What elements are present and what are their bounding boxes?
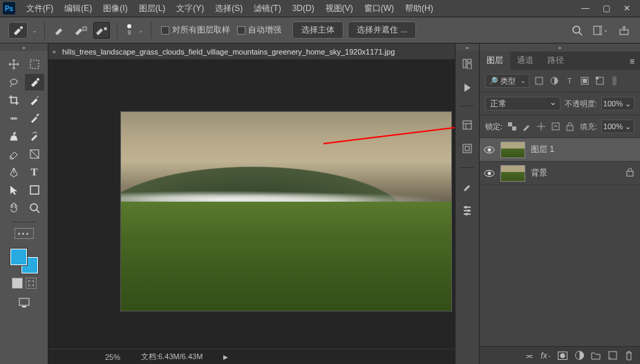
delete-layer-icon[interactable] — [623, 350, 634, 361]
path-selection-tool[interactable] — [4, 182, 23, 198]
layer-thumbnail[interactable] — [500, 165, 525, 182]
pen-tool[interactable] — [4, 164, 23, 180]
screen-mode-button[interactable] — [15, 294, 34, 311]
svg-point-33 — [465, 213, 468, 215]
tool-preset-picker[interactable] — [8, 22, 28, 39]
visibility-toggle-icon[interactable] — [484, 168, 495, 179]
crop-tool[interactable] — [4, 92, 23, 108]
lock-transparency-icon[interactable] — [507, 122, 517, 132]
filter-shape-icon[interactable] — [579, 75, 590, 86]
panel-menu-icon[interactable]: ≡ — [624, 53, 640, 70]
filter-adjustment-icon[interactable] — [549, 75, 560, 86]
tab-layers[interactable]: 图层 — [480, 50, 510, 70]
foreground-color-swatch[interactable] — [10, 249, 27, 265]
sample-all-layers-checkbox[interactable]: 对所有图层取样 — [161, 24, 230, 36]
tab-paths[interactable]: 路径 — [540, 51, 571, 70]
menu-select[interactable]: 选择(S) — [209, 1, 248, 17]
add-selection-icon[interactable] — [73, 22, 89, 39]
dock-collapse-handle[interactable]: « — [455, 44, 479, 51]
visibility-toggle-icon[interactable] — [484, 144, 495, 155]
edit-toolbar-button[interactable]: ••• — [15, 228, 34, 239]
lock-all-icon[interactable] — [565, 122, 575, 132]
layer-effects-icon[interactable]: fx⌄ — [540, 350, 552, 361]
new-selection-icon[interactable] — [52, 22, 68, 39]
search-icon[interactable] — [570, 23, 585, 38]
lock-artboard-icon[interactable] — [550, 122, 561, 132]
type-tool[interactable]: T — [25, 164, 44, 180]
menu-edit[interactable]: 编辑(E) — [59, 1, 97, 17]
eraser-tool[interactable] — [4, 146, 23, 162]
blend-mode-select[interactable]: 正常 — [485, 97, 561, 111]
auto-enhance-checkbox[interactable]: 自动增强 — [237, 24, 281, 36]
layer-row[interactable]: 图层 1 — [480, 138, 640, 162]
quick-mask-button[interactable] — [26, 278, 37, 289]
menu-type[interactable]: 文字(Y) — [171, 1, 209, 17]
clone-stamp-tool[interactable] — [4, 128, 23, 144]
share-icon[interactable] — [617, 23, 632, 38]
healing-brush-tool[interactable] — [4, 110, 23, 126]
history-panel-icon[interactable] — [460, 56, 475, 71]
tools-collapse-handle[interactable]: « — [0, 44, 48, 51]
layer-thumbnail[interactable] — [500, 142, 525, 158]
opacity-input[interactable]: 100% — [601, 97, 634, 111]
filter-toggle[interactable] — [612, 76, 617, 86]
adjustment-layer-icon[interactable] — [574, 350, 585, 361]
menu-window[interactable]: 窗口(W) — [359, 1, 399, 17]
adjustments-panel-icon[interactable] — [460, 141, 475, 156]
doc-collapse-handle[interactable]: « — [53, 48, 62, 55]
quick-selection-tool[interactable] — [25, 74, 44, 90]
lock-position-icon[interactable] — [536, 122, 546, 132]
document-tab[interactable]: hills_trees_landscape_grass_clouds_field… — [62, 48, 395, 56]
svg-rect-36 — [581, 77, 588, 84]
window-maximize-button[interactable]: ▢ — [596, 1, 617, 15]
canvas[interactable] — [48, 60, 455, 349]
window-minimize-button[interactable]: — — [575, 1, 596, 15]
history-brush-tool[interactable] — [25, 128, 44, 144]
menu-help[interactable]: 帮助(H) — [399, 1, 439, 17]
layer-mask-icon[interactable] — [557, 350, 568, 361]
layer-name[interactable]: 图层 1 — [531, 144, 621, 155]
actions-panel-icon[interactable] — [460, 79, 475, 95]
workspaces-icon[interactable]: ⌄ — [593, 23, 608, 38]
marquee-tool[interactable] — [25, 56, 44, 73]
filter-smart-icon[interactable] — [594, 75, 605, 86]
window-close-button[interactable]: ✕ — [617, 1, 637, 15]
menu-3d[interactable]: 3D(D) — [287, 1, 320, 15]
zoom-tool[interactable] — [25, 200, 44, 216]
select-and-mask-button[interactable]: 选择并遮住 ... — [348, 21, 416, 39]
filter-pixel-icon[interactable] — [534, 75, 545, 86]
properties-panel-icon[interactable] — [460, 117, 475, 133]
menu-image[interactable]: 图像(I) — [97, 1, 133, 17]
shape-tool[interactable] — [25, 182, 44, 198]
filter-type-icon[interactable]: T — [564, 75, 575, 86]
menu-view[interactable]: 视图(V) — [320, 1, 359, 17]
menu-file[interactable]: 文件(F) — [21, 1, 59, 17]
layer-row[interactable]: 背景 — [480, 162, 640, 185]
brush-settings-panel-icon[interactable] — [460, 202, 475, 218]
document-info[interactable]: 文档:6.43M/6.43M — [141, 352, 203, 362]
brush-size-picker[interactable]: 9 — [124, 24, 134, 36]
lasso-tool[interactable] — [4, 74, 23, 90]
eyedropper-tool[interactable] — [25, 92, 44, 108]
layer-filter-type-select[interactable]: 🔎 类型⌄ — [485, 74, 529, 88]
link-layers-icon[interactable]: ⫘ — [524, 350, 535, 361]
menu-layer[interactable]: 图层(L) — [133, 1, 171, 17]
menu-filter[interactable]: 滤镜(T) — [248, 1, 286, 17]
hand-tool[interactable] — [4, 200, 23, 216]
standard-mode-button[interactable] — [12, 278, 23, 289]
panels-collapse-handle[interactable]: » — [480, 44, 640, 51]
brushes-panel-icon[interactable] — [460, 179, 475, 194]
gradient-tool[interactable] — [25, 146, 44, 162]
brush-tool[interactable] — [25, 110, 44, 126]
layer-name[interactable]: 背景 — [531, 167, 621, 179]
fill-input[interactable]: 100% — [601, 119, 634, 133]
layer-group-icon[interactable] — [590, 350, 601, 361]
move-tool[interactable] — [4, 56, 23, 73]
svg-rect-52 — [609, 352, 617, 359]
zoom-level[interactable]: 25% — [105, 353, 120, 361]
tab-channels[interactable]: 通道 — [510, 51, 540, 70]
lock-image-icon[interactable] — [521, 122, 531, 132]
select-subject-button[interactable]: 选择主体 — [292, 21, 343, 39]
new-layer-icon[interactable] — [607, 350, 618, 361]
subtract-selection-icon[interactable] — [93, 22, 110, 39]
